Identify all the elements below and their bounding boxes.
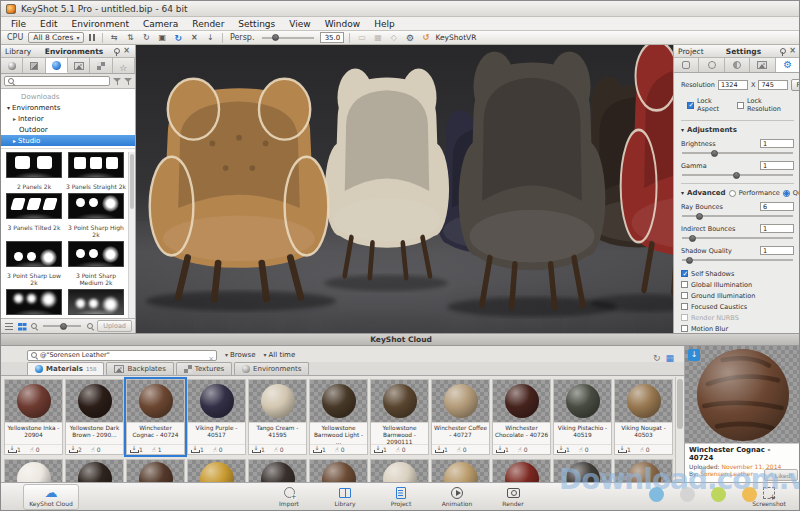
fullscreen-icon[interactable] <box>188 32 201 43</box>
slider-knob[interactable] <box>60 323 67 330</box>
keyshotvr-icon[interactable] <box>419 32 432 43</box>
slider-value-input[interactable] <box>760 161 794 170</box>
checkbox[interactable] <box>681 281 688 288</box>
material-card[interactable]: Viking Nougat - 40503 1 0 <box>614 379 673 455</box>
pause-button[interactable] <box>87 34 97 41</box>
cores-select[interactable]: All 8 Cores <box>28 32 84 43</box>
menu-item[interactable]: File <box>4 18 33 30</box>
thumbnail-size-slider[interactable] <box>43 325 81 327</box>
checkbox[interactable] <box>681 292 688 299</box>
tab-settings[interactable] <box>776 58 800 72</box>
material-card[interactable]: Yellowstone Inka - 20904 1 0 <box>4 379 63 455</box>
menu-item[interactable]: Environment <box>65 18 136 30</box>
material-thumbnail-partial[interactable] <box>4 459 63 484</box>
slider-knob[interactable] <box>272 34 279 41</box>
keyshot-cloud-button[interactable]: KeyShot Cloud <box>23 484 79 510</box>
tree-item-interior[interactable]: Interior <box>1 113 135 124</box>
material-thumbnail-partial[interactable] <box>126 459 185 484</box>
quality-radio[interactable] <box>783 190 790 197</box>
material-thumbnail-partial[interactable] <box>614 459 673 484</box>
menu-item[interactable]: Render <box>185 18 231 30</box>
slider-knob[interactable] <box>733 172 740 179</box>
tab-scene[interactable] <box>674 58 699 72</box>
perspective-slider[interactable] <box>262 37 314 39</box>
tab-materials[interactable] <box>1 58 23 73</box>
zoom-out-icon[interactable] <box>30 322 38 330</box>
grid-view-icon[interactable] <box>17 322 27 331</box>
checkbox[interactable] <box>681 325 688 332</box>
material-thumbnail-partial[interactable] <box>248 459 307 484</box>
bottombar-button[interactable]: Library <box>317 486 373 507</box>
scrollbar-thumb[interactable] <box>130 154 134 209</box>
gear-icon[interactable] <box>403 32 416 43</box>
environment-item[interactable]: 3 Point Soft Low 2k <box>65 289 127 318</box>
material-thumbnail-partial[interactable] <box>370 459 429 484</box>
checkbox[interactable] <box>681 314 688 321</box>
checkbox[interactable] <box>737 102 744 109</box>
author-link[interactable]: Sorensen Leather <box>700 470 753 477</box>
checkbox-row[interactable]: Global Illumination <box>681 279 794 290</box>
render-region-icon[interactable] <box>355 32 368 43</box>
environment-item[interactable]: 2 Panels 2k <box>3 152 65 190</box>
filter-icon[interactable] <box>113 77 121 85</box>
expander-icon[interactable] <box>13 137 16 145</box>
pan-camera-icon[interactable] <box>124 32 137 43</box>
viewport-3d[interactable] <box>136 45 673 333</box>
menu-item[interactable]: Window <box>318 18 368 30</box>
library-search-box[interactable] <box>4 76 110 86</box>
tab-textures[interactable] <box>90 58 112 73</box>
orbit-camera-icon[interactable] <box>140 32 153 43</box>
tab-backplate[interactable] <box>750 58 775 72</box>
material-card[interactable]: Winchester Cognac - 40724 1 1 <box>126 379 185 455</box>
material-card[interactable]: Winchester Chocolate - 40726 1 0 <box>492 379 551 455</box>
slider-value-input[interactable] <box>760 202 794 211</box>
material-thumbnail-partial[interactable] <box>431 459 490 484</box>
material-card[interactable]: Viking Purple - 40517 1 0 <box>187 379 246 455</box>
browse-dropdown[interactable]: Browse <box>225 351 256 359</box>
zoom-in-icon[interactable] <box>86 322 94 330</box>
checkbox-row[interactable]: Ground Illumination <box>681 290 794 301</box>
refresh-icon[interactable] <box>653 346 661 365</box>
time-filter-dropdown[interactable]: All time <box>264 351 296 359</box>
slider-value-input[interactable] <box>760 246 794 255</box>
scrollbar-thumb[interactable] <box>677 379 683 429</box>
checkbox-row[interactable]: Render NURBS <box>681 312 794 323</box>
realtime-render-icon[interactable] <box>172 32 185 43</box>
checkbox-row[interactable]: Self Shadows <box>681 268 794 279</box>
environment-item[interactable]: 3 Panels Straight 2k <box>65 152 127 190</box>
cloud-dock-titlebar[interactable]: KeyShot Cloud <box>1 333 800 346</box>
material-preview-icon[interactable] <box>387 32 400 43</box>
tree-item-downloads[interactable]: Downloads <box>1 91 135 102</box>
tab-environments[interactable] <box>46 58 68 73</box>
material-thumbnail-partial[interactable] <box>65 459 124 484</box>
checkbox[interactable] <box>681 303 688 310</box>
menu-item[interactable]: View <box>282 18 317 30</box>
tab-environment[interactable] <box>725 58 750 72</box>
tab-colors[interactable] <box>23 58 45 73</box>
bottombar-button[interactable]: Render <box>485 486 541 507</box>
resolution-height-input[interactable] <box>758 80 788 90</box>
cloud-scrollbar[interactable] <box>675 377 684 484</box>
slider-value-input[interactable] <box>760 224 794 233</box>
environment-item[interactable]: 3 Point Sharp High 2k <box>65 193 127 238</box>
grid-icon[interactable] <box>371 32 384 43</box>
title-bar[interactable]: KeyShot 5.1 Pro - untitled.bip - 64 bit <box>1 1 799 17</box>
slider-track[interactable] <box>682 259 793 261</box>
expander-open-icon[interactable] <box>7 104 10 112</box>
environment-item[interactable]: 3 Panels Tilted 2k <box>3 193 65 238</box>
menu-item[interactable]: Camera <box>136 18 185 30</box>
bottombar-button[interactable]: Animation <box>429 486 485 507</box>
menu-item[interactable]: Help <box>367 18 402 30</box>
material-thumbnail-partial[interactable] <box>492 459 551 484</box>
tab-cloud-materials[interactable]: Materials 158 <box>27 362 104 375</box>
perspective-icon[interactable] <box>156 32 169 43</box>
dock-down-icon[interactable] <box>204 32 217 43</box>
slider-track[interactable] <box>682 152 793 154</box>
slider-knob[interactable] <box>689 235 696 242</box>
lock-resolution-checkbox-row[interactable]: Lock Resolution <box>737 97 794 113</box>
section-expander-icon[interactable] <box>681 189 684 197</box>
environment-item[interactable]: 3 Point Sharp Low 2k <box>3 241 65 286</box>
material-thumbnail-partial[interactable] <box>553 459 612 484</box>
environment-item[interactable]: 3 Point Sharp Medium 2k <box>65 241 127 286</box>
cloud-download-badge-icon[interactable] <box>688 349 700 361</box>
